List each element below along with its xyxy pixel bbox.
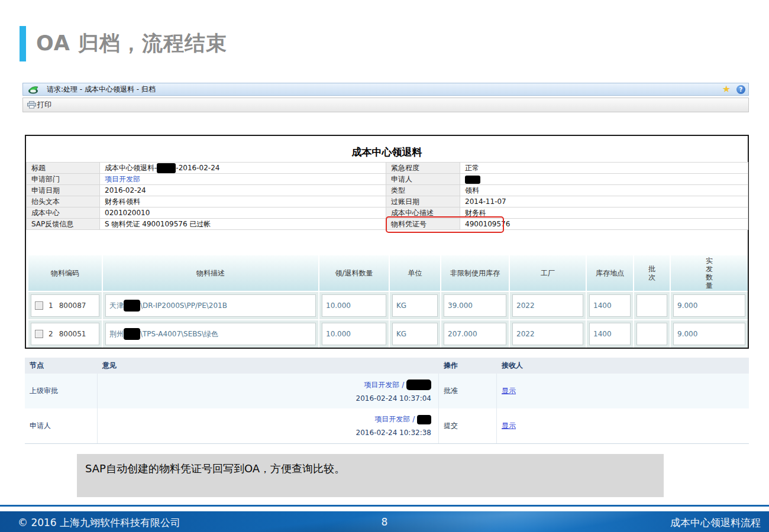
item-code: 800051 [59,330,86,338]
item-cell: 207.000 [441,320,509,348]
item-cell [634,320,670,348]
help-icon[interactable]: ? [736,85,745,94]
field-value-sap-feedback: S 物料凭证 4900109576 已过帐 [100,219,386,230]
field-value-header-text: 财务科领料 [100,196,386,207]
item-desc-suffix: \TPS-A4007\SEBS\绿色 [140,329,218,339]
item-qty: 10.000 [322,323,386,345]
item-plant: 2022 [512,294,583,317]
approval-row: 上级审批 项目开发部 / 2016-02-24 10:37:04 批准 显示 [25,374,749,408]
item-actual-qty: 9.000 [673,323,745,345]
items-header-location: 库存地点 [587,255,633,291]
redacted-box [157,163,176,173]
items-header-qty: 领/退料数量 [319,255,389,291]
footer-page-number: 8 [0,516,769,528]
item-desc-prefix: 荆州 [109,329,124,339]
item-location: 1400 [589,323,631,345]
field-label-applicant: 申请人 [386,174,460,185]
form-field-grid: 标题 成本中心领退料--2016-02-24 紧急程度 正常 申请部门 项目开发… [26,162,748,230]
item-batch [636,323,667,345]
field-label-sap-feedback: SAP反馈信息 [27,219,100,230]
redacted-box [124,328,140,340]
item-cell: KG [390,320,440,348]
item-code: 800087 [59,301,86,310]
item-stock: 207.000 [444,323,506,345]
approval-table: 节点 意见 操作 接收人 上级审批 项目开发部 / 2016-02-24 10:… [25,358,749,444]
approval-receiver: 显示 [497,374,749,408]
field-label-urgency: 紧急程度 [386,163,460,174]
title-value-suffix: -2016-02-24 [176,164,219,172]
show-receiver-link[interactable]: 显示 [502,421,516,431]
item-desc-suffix: \DR-IP2000S\PP/PE\201B [140,301,227,310]
title-value-prefix: 成本中心领退料- [105,164,157,172]
approval-header-action: 操作 [439,361,497,371]
approval-opinion: 项目开发部 / 2016-02-24 10:32:38 [98,408,439,443]
item-cell: 天津\DR-IP2000S\PP/PE\201B [103,292,318,319]
item-actual-qty: 9.000 [673,294,745,317]
items-header-unit: 单位 [390,255,440,291]
items-header-plant: 工厂 [510,255,586,291]
items-header-batch-label: 批次 [648,265,657,281]
item-cell: 2022 [510,320,586,348]
request-process-icon [28,85,40,94]
item-unit: KG [392,323,438,345]
item-cell: 10.000 [319,292,389,319]
print-button[interactable]: 打印 [27,100,51,110]
items-header-batch: 批次 [634,255,670,291]
items-header-stock: 非限制使用库存 [441,255,509,291]
field-value-cost-center-desc: 财务科 [460,207,748,219]
item-cell: 9.000 [671,320,748,348]
field-label-cost-center: 成本中心 [27,207,100,219]
approval-node: 上级审批 [25,374,98,408]
favorite-star-icon[interactable]: ★ [722,85,731,94]
field-value-applicant [460,174,748,185]
row-checkbox[interactable] [35,330,43,338]
item-plant: 2022 [512,323,583,345]
form-title: 成本中心领退料 [26,145,748,159]
approval-opinion: 项目开发部 / 2016-02-24 10:37:04 [98,374,439,408]
field-label-department: 申请部门 [27,174,100,185]
field-value-department: 项目开发部 [100,174,386,185]
item-cell: 2022 [510,292,586,319]
item-cell: 9.000 [671,292,748,319]
approval-header-opinion: 意见 [98,361,439,371]
redacted-box [406,379,431,390]
field-value-posting-date: 2014-11-07 [460,196,748,207]
field-value-cost-center: 0201020010 [100,207,386,219]
field-label-cost-center-desc: 成本中心描述 [386,207,460,219]
approval-receiver: 显示 [497,408,749,443]
items-header-actual-label: 实发数量 [705,257,714,290]
item-cell: 2800051 [28,320,102,348]
footer-bar: © 2016 上海九翊软件科技有限公司 8 成本中心领退料流程 [0,511,769,532]
redacted-box [417,415,431,424]
field-label-type: 类型 [386,185,460,196]
request-form: 成本中心领退料 标题 成本中心领退料--2016-02-24 紧急程度 正常 申… [25,135,749,349]
approval-header-row: 节点 意见 操作 接收人 [25,358,749,374]
item-cell [634,292,670,319]
item-cell: 10.000 [319,320,389,348]
items-header-desc: 物料描述 [103,255,318,291]
department-link[interactable]: 项目开发部 [105,175,140,183]
field-label-header-text: 抬头文本 [27,196,100,207]
field-value-material-doc-no: 4900109576 [460,219,748,230]
item-cell: 39.000 [441,292,509,319]
item-cell: 荆州\TPS-A4007\SEBS\绿色 [103,320,318,348]
note-box: SAP自动创建的物料凭证号回写到OA，方便查询比较。 [77,454,664,497]
items-header-actual: 实发数量 [671,255,748,291]
show-receiver-link[interactable]: 显示 [502,386,516,396]
field-label-apply-date: 申请日期 [27,185,100,196]
approval-header-receiver: 接收人 [497,361,749,371]
approval-time: 2016-02-24 10:32:38 [102,429,431,437]
item-location: 1400 [589,294,631,317]
field-label-material-doc-no: 物料凭证号 [386,219,460,230]
field-label-posting-date: 过账日期 [386,196,460,207]
approval-by: 项目开发部 / [364,381,404,389]
page-title: OA 归档，流程结束 [36,30,227,57]
print-button-label: 打印 [37,100,51,110]
row-checkbox[interactable] [35,301,43,310]
item-index: 2 [49,330,53,338]
slide: OA 归档，流程结束 请求:处理 - 成本中心领退料 - 归档 ★ ? 打印 成… [0,0,769,532]
item-qty: 10.000 [322,294,386,317]
item-unit: KG [392,294,438,317]
title-accent-bar [20,26,26,61]
footer-divider-line [0,505,769,507]
